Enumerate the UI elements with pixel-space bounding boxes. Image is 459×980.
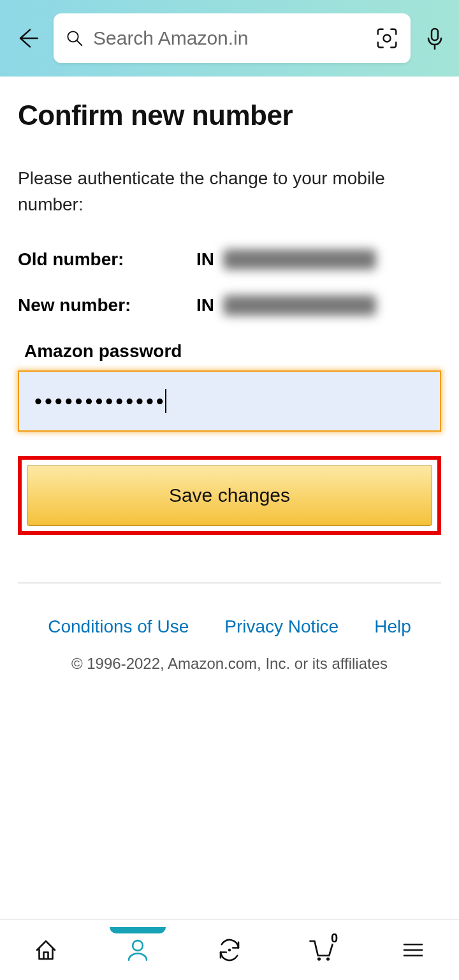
hamburger-icon	[400, 937, 426, 963]
refresh-icon	[216, 937, 243, 963]
camera-lens-icon[interactable]	[375, 26, 399, 50]
nav-cart[interactable]: 0	[302, 931, 340, 969]
bottom-navigation: 0	[0, 919, 459, 980]
app-header	[0, 0, 459, 77]
nav-home[interactable]	[27, 931, 65, 969]
microphone-icon	[422, 26, 448, 51]
svg-rect-2	[432, 29, 438, 40]
search-icon	[65, 29, 84, 48]
new-number-value-redacted	[223, 295, 376, 316]
new-number-country: IN	[196, 295, 214, 316]
old-number-row: Old number: IN	[18, 249, 441, 270]
new-number-row: New number: IN	[18, 295, 441, 316]
save-button-highlight: Save changes	[18, 456, 441, 535]
nav-orders[interactable]	[210, 931, 249, 969]
password-label: Amazon password	[24, 341, 441, 362]
copyright-text: © 1996-2022, Amazon.com, Inc. or its aff…	[18, 655, 441, 673]
home-icon	[33, 937, 59, 963]
svg-point-3	[133, 940, 143, 951]
footer-links: Conditions of Use Privacy Notice Help	[18, 617, 441, 637]
old-number-value-redacted	[223, 249, 376, 270]
svg-point-4	[228, 948, 231, 951]
cart-count-badge: 0	[331, 931, 338, 946]
svg-point-5	[317, 957, 321, 960]
password-masked-value: •••••••••••••	[34, 389, 166, 414]
password-input[interactable]: •••••••••••••	[18, 370, 441, 432]
footer-divider	[18, 582, 441, 583]
arrow-left-icon	[14, 26, 40, 51]
conditions-link[interactable]: Conditions of Use	[48, 617, 189, 637]
svg-point-6	[326, 957, 330, 960]
help-link[interactable]: Help	[374, 617, 411, 637]
instruction-text: Please authenticate the change to your m…	[18, 166, 441, 217]
text-cursor	[165, 389, 166, 413]
user-icon	[124, 937, 151, 963]
page-title: Confirm new number	[18, 99, 441, 131]
active-tab-indicator	[110, 927, 166, 933]
save-changes-button[interactable]: Save changes	[27, 465, 432, 526]
privacy-link[interactable]: Privacy Notice	[224, 617, 339, 637]
main-content: Confirm new number Please authenticate t…	[0, 77, 459, 673]
svg-point-1	[383, 34, 390, 41]
nav-menu[interactable]	[394, 931, 432, 969]
nav-account[interactable]	[119, 931, 157, 969]
search-input[interactable]	[93, 27, 366, 49]
voice-search-button[interactable]	[422, 26, 448, 51]
old-number-country: IN	[196, 249, 214, 270]
new-number-label: New number:	[18, 295, 196, 316]
old-number-label: Old number:	[18, 249, 196, 270]
search-bar[interactable]	[54, 13, 411, 63]
back-button[interactable]	[11, 23, 42, 54]
